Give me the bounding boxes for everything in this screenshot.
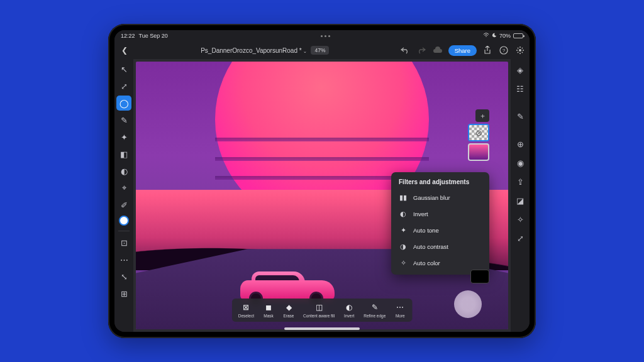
multitask-dots[interactable] (321, 35, 330, 37)
popup-item-label: Auto contrast (413, 243, 448, 250)
visibility-panel[interactable]: ◉ (513, 155, 528, 171)
workspace: ↖⤢◯✎✦◧◐⌖✐⊡⋯⤡⊞ (114, 59, 530, 332)
refine-edge-icon: ✎ (369, 302, 380, 312)
type-tool[interactable]: ⋯ (116, 252, 131, 267)
transform-tool[interactable]: ⤢ (116, 79, 131, 94)
svg-text:?: ? (502, 48, 506, 53)
popup-title: Filters and adjustments (391, 178, 489, 189)
crop-tool[interactable]: ⊡ (116, 235, 131, 250)
svg-point-2 (519, 49, 521, 52)
move-tool[interactable]: ↖ (116, 62, 131, 77)
battery-icon (513, 33, 523, 38)
action-label: Erase (284, 314, 294, 318)
share-button[interactable]: Share (448, 45, 477, 56)
undo-button[interactable] (399, 45, 411, 56)
action-erase[interactable]: ◆Erase (279, 301, 298, 319)
popup-item-invert[interactable]: ◐Invert (391, 206, 489, 222)
popup-item-label: Invert (413, 211, 428, 217)
content-aware-fill-icon: ◫ (313, 302, 325, 312)
redo-button[interactable] (416, 45, 427, 56)
mask-panel[interactable]: ◪ (513, 192, 528, 209)
action-refine-edge[interactable]: ✎Refine edge (360, 301, 389, 319)
foreground-color-swatch[interactable] (119, 216, 129, 226)
popup-item-label: Auto color (413, 260, 440, 266)
action-invert[interactable]: ◐Invert (340, 301, 358, 319)
app-screen: 12:22 Tue Sep 20 70% ❮ Ps_DannerOrozco_V… (114, 30, 530, 332)
gradient-tool[interactable]: ◐ (116, 163, 131, 178)
canvas-container[interactable]: ＋ ⊘ Filters and adjustments ▮▮Gaussian b… (133, 59, 511, 332)
action-more[interactable]: ⋯More (391, 301, 409, 319)
back-button[interactable]: ❮ (118, 46, 131, 55)
deselect-icon: ⊠ (240, 302, 252, 312)
popup-item-auto-contrast[interactable]: ◑Auto contrast (391, 238, 489, 255)
gaussian-blur-icon: ▮▮ (399, 193, 408, 202)
right-toolbar: ◈☷✎⊕◉⇪◪✧⤢ (511, 59, 530, 332)
action-label: More (396, 314, 405, 318)
left-toolbar: ↖⤢◯✎✦◧◐⌖✐⊡⋯⤡⊞ (114, 59, 133, 332)
eraser-tool[interactable]: ◧ (116, 146, 131, 162)
status-date: Tue Sep 20 (139, 33, 168, 39)
action-content-aware-fill[interactable]: ◫Content aware fill (299, 301, 338, 319)
lasso-tool[interactable]: ◯ (116, 96, 131, 111)
cloud-icon[interactable] (432, 45, 443, 56)
popup-item-gaussian-blur[interactable]: ▮▮Gaussian blur (391, 189, 489, 206)
wifi-icon (483, 33, 489, 39)
help-icon[interactable]: ? (498, 45, 509, 56)
touch-shortcut[interactable] (454, 290, 482, 318)
popup-item-auto-color[interactable]: ✧Auto color (391, 255, 489, 271)
auto-color-icon: ✧ (399, 258, 408, 267)
action-label: Invert (344, 314, 354, 318)
action-label: Deselect (238, 314, 254, 318)
erase-icon: ◆ (283, 302, 294, 312)
popup-item-label: Gaussian blur (413, 194, 450, 201)
auto-contrast-icon: ◑ (399, 242, 408, 251)
auto-tone-icon: ✦ (399, 226, 408, 234)
popup-item-auto-tone[interactable]: ✦Auto tone (391, 222, 489, 238)
action-label: Content aware fill (303, 314, 335, 318)
ipad-frame: 12:22 Tue Sep 20 70% ❮ Ps_DannerOrozco_V… (108, 24, 536, 338)
invert-icon: ◐ (343, 302, 355, 312)
export-icon[interactable] (482, 45, 493, 56)
resize-panel[interactable]: ⤢ (513, 230, 528, 246)
color-swatch-black[interactable] (470, 270, 489, 283)
settings-gear-icon[interactable] (514, 45, 526, 56)
filters-adjustments-popup: Filters and adjustments ▮▮Gaussian blur◐… (391, 172, 489, 275)
layer-thumb-2[interactable] (468, 143, 489, 161)
action-label: Refine edge (364, 314, 386, 318)
grid-tool[interactable]: ⊞ (116, 286, 131, 301)
export-panel[interactable]: ⇪ (513, 173, 528, 190)
expand-tool[interactable]: ⤡ (116, 269, 131, 284)
eyedrop-tool[interactable]: ✐ (116, 197, 131, 212)
layer-thumb-1[interactable]: ⊘ (468, 124, 489, 141)
paint-tool[interactable]: ✦ (116, 129, 131, 145)
popup-item-label: Auto tone (413, 227, 439, 234)
effects-panel[interactable]: ✧ (513, 211, 528, 228)
add-layer-button[interactable]: ＋ (475, 109, 489, 122)
selection-action-bar: ⊠Deselect◼Mask◆Erase◫Content aware fill◐… (232, 299, 413, 322)
action-label: Mask (264, 314, 274, 318)
status-time: 12:22 (121, 33, 135, 39)
document-title[interactable]: Ps_DannerOrozco_VaporsunRoad * ⌄ (201, 47, 307, 54)
layers-panel[interactable]: ◈ (513, 62, 528, 78)
zoom-badge[interactable]: 47% (311, 46, 329, 55)
invert-icon: ◐ (399, 209, 408, 218)
brush-tool[interactable]: ✎ (116, 112, 131, 128)
battery-percent: 70% (499, 33, 511, 39)
ios-statusbar: 12:22 Tue Sep 20 70% (114, 30, 530, 41)
dnd-icon (492, 33, 497, 39)
add-panel[interactable]: ⊕ (513, 136, 528, 152)
mask-icon: ◼ (263, 302, 274, 312)
more-icon: ⋯ (394, 302, 406, 312)
properties-panel[interactable]: ☷ (513, 80, 528, 97)
action-deselect[interactable]: ⊠Deselect (235, 301, 258, 319)
action-mask[interactable]: ◼Mask (259, 301, 278, 319)
app-titlebar: ❮ Ps_DannerOrozco_VaporsunRoad * ⌄ 47% S… (114, 41, 530, 59)
comments-panel[interactable]: ✎ (513, 108, 528, 124)
layers-mini-panel: ＋ ⊘ (468, 109, 489, 161)
home-indicator[interactable] (284, 327, 360, 330)
clone-tool[interactable]: ⌖ (116, 180, 131, 195)
visibility-off-icon: ⊘ (469, 125, 488, 140)
